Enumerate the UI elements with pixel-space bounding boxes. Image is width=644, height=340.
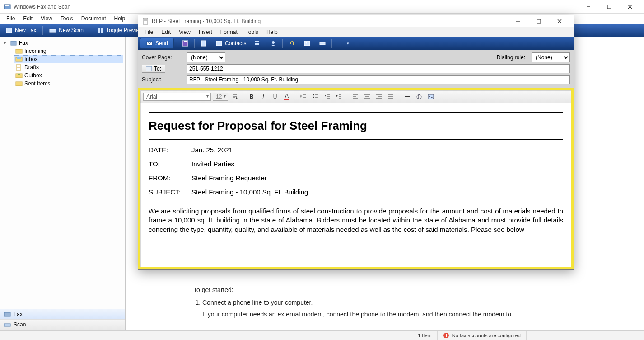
svg-rect-9 (101, 28, 103, 33)
compose-close-button[interactable] (549, 16, 570, 27)
grid-icon (254, 40, 261, 47)
tree-item-drafts[interactable]: Drafts (14, 63, 123, 71)
compose-menu-view[interactable]: View (175, 28, 194, 36)
tree-root-fax[interactable]: ▾ Fax (2, 39, 123, 47)
sidebar-tab-scan[interactable]: Scan (0, 320, 125, 330)
cover-page-button[interactable] (196, 38, 211, 48)
svg-rect-7 (50, 29, 56, 32)
attach-file-button[interactable] (285, 38, 299, 48)
svg-point-43 (306, 42, 307, 44)
outdent-button[interactable] (322, 92, 332, 102)
insert-link-button[interactable] (414, 92, 424, 102)
compose-minimize-button[interactable] (508, 16, 528, 27)
to-input[interactable] (187, 64, 570, 73)
horizontal-rule-button[interactable] (402, 92, 412, 102)
justify-button[interactable] (386, 92, 396, 102)
svg-rect-80 (428, 94, 434, 99)
check-names-button[interactable] (251, 38, 265, 48)
preview-step-1: Connect a phone line to your computer. (202, 299, 313, 306)
maximize-button[interactable] (599, 0, 620, 13)
tree-root-label: Fax (19, 40, 28, 46)
page-icon (200, 40, 207, 47)
scan-insert-button[interactable] (315, 38, 330, 48)
compose-title: RFP - Steel Framing - 10,000 Sq. Ft. Bui… (152, 18, 508, 24)
send-button[interactable]: Send (140, 38, 174, 49)
contacts-button[interactable]: Contacts (212, 38, 250, 48)
tree-item-outbox[interactable]: Outbox (14, 71, 123, 80)
priority-button[interactable]: ▾ (334, 38, 353, 48)
compose-maximize-button[interactable] (528, 16, 549, 27)
document-body[interactable]: Request for Proposal for Steel Framing D… (140, 103, 571, 267)
numbered-list-button[interactable]: 12 (299, 92, 308, 102)
compose-menu-help[interactable]: Help (263, 28, 281, 36)
compose-toolbar: Send Contacts ▾ (138, 37, 574, 50)
doc-subject-value: Steel Framing - 10,000 Sq. Ft. Building (191, 188, 308, 196)
toolbar-separator (42, 26, 43, 35)
close-button[interactable] (620, 0, 640, 13)
compose-menu-insert[interactable]: Insert (195, 28, 216, 36)
sidebar-tab-fax[interactable]: Fax (0, 309, 125, 320)
save-icon (182, 40, 189, 47)
app-title: Windows Fax and Scan (14, 4, 578, 10)
save-button[interactable] (178, 38, 192, 48)
tree-item-inbox[interactable]: Inbox (14, 55, 123, 63)
insert-picture-button[interactable] (300, 38, 314, 48)
send-label: Send (155, 40, 168, 47)
font-size-select[interactable]: 12 (213, 93, 228, 101)
collapse-icon[interactable]: ▾ (4, 41, 8, 46)
menu-edit[interactable]: Edit (19, 14, 36, 23)
doc-date-label: DATE: (149, 146, 191, 154)
cover-page-select[interactable]: (None) (187, 52, 225, 62)
toolbar-separator (282, 39, 283, 48)
indent-button[interactable] (334, 92, 344, 102)
editor-area: Arial 12 B I U A 12 (138, 88, 574, 269)
menu-tools[interactable]: Tools (57, 14, 77, 23)
tree-item-incoming[interactable]: Incoming (14, 47, 123, 55)
compose-menu-edit[interactable]: Edit (158, 28, 174, 36)
compose-menu-file[interactable]: File (141, 28, 157, 36)
font-color-button[interactable]: A (282, 92, 292, 102)
menu-help[interactable]: Help (111, 14, 129, 23)
svg-rect-37 (255, 41, 257, 42)
to-button[interactable]: To: (142, 65, 165, 73)
underline-button[interactable]: U (270, 92, 280, 102)
doc-title: Request for Proposal for Steel Framing (149, 119, 563, 133)
horizontal-rule (149, 112, 563, 113)
doc-to-value: Invited Parties (191, 160, 234, 168)
insert-image-button[interactable] (426, 92, 436, 102)
format-toolbar: Arial 12 B I U A 12 (140, 90, 571, 103)
paragraph-style-button[interactable] (230, 92, 240, 102)
fax-icon (4, 311, 11, 317)
address-book-icon (146, 66, 152, 71)
subject-input[interactable] (187, 75, 570, 84)
tree-item-label: Outbox (24, 72, 42, 79)
menu-view[interactable]: View (37, 14, 56, 23)
svg-rect-19 (16, 82, 22, 86)
folder-tree: ▾ Fax Incoming Inbox Drafts (0, 37, 125, 309)
minimize-button[interactable] (578, 0, 599, 13)
app-icon (4, 3, 11, 10)
bulleted-list-button[interactable] (310, 92, 320, 102)
menu-file[interactable]: File (3, 14, 19, 23)
status-spacer (527, 331, 644, 340)
compose-fields: Cover Page: (None) Dialing rule: (None) … (138, 50, 574, 88)
compose-window: RFP - Steel Framing - 10,000 Sq. Ft. Bui… (138, 15, 574, 270)
dialing-rule-select[interactable]: (None) (532, 52, 570, 62)
preview-intro: To get started: (193, 286, 629, 293)
menu-document[interactable]: Document (78, 14, 110, 23)
find-people-button[interactable] (266, 38, 280, 48)
svg-rect-25 (143, 18, 148, 24)
new-fax-button[interactable]: New Fax (2, 25, 40, 35)
align-left-button[interactable] (350, 92, 360, 102)
tree-item-sent-items[interactable]: Sent Items (14, 80, 123, 88)
svg-rect-44 (320, 42, 325, 45)
compose-menu-tools[interactable]: Tools (242, 28, 262, 36)
bold-button[interactable]: B (247, 92, 257, 102)
align-center-button[interactable] (362, 92, 372, 102)
align-right-button[interactable] (374, 92, 384, 102)
new-scan-button[interactable]: New Scan (46, 25, 87, 35)
font-family-select[interactable]: Arial (143, 93, 211, 101)
compose-menu-format[interactable]: Format (217, 28, 241, 36)
svg-rect-23 (446, 334, 447, 336)
italic-button[interactable]: I (258, 92, 268, 102)
